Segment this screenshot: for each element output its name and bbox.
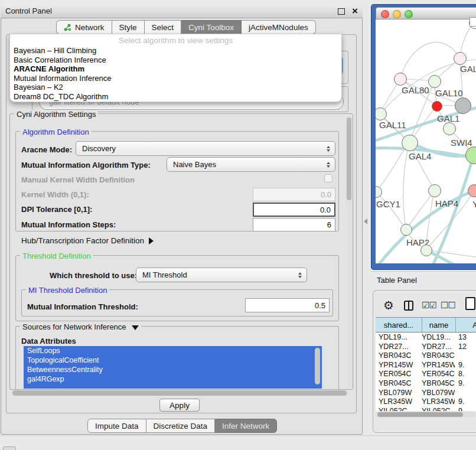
- select-all-columns-icon[interactable]: ☑☑: [422, 300, 436, 311]
- columns-icon[interactable]: [404, 301, 413, 311]
- gear-icon[interactable]: ⚙: [383, 298, 394, 312]
- dropdown-item-selected[interactable]: ARACNE Algorithm: [14, 64, 338, 74]
- cyni-algorithm-settings-title: Cyni Algorithm Settings: [14, 110, 98, 119]
- settings-hscrollbar[interactable]: [12, 390, 348, 396]
- network-node[interactable]: [376, 186, 382, 198]
- network-node[interactable]: [394, 73, 407, 86]
- tab-cyni-toolbox[interactable]: Cyni Toolbox: [181, 20, 242, 34]
- node-label: GAL4: [409, 151, 431, 161]
- node-label: HAP4: [435, 198, 458, 208]
- network-node[interactable]: [468, 184, 476, 197]
- tab-style[interactable]: Style: [112, 20, 145, 34]
- kernel-width-label: Kernel Width (0,1):: [21, 190, 89, 199]
- list-item[interactable]: gal4RGexp: [24, 374, 322, 384]
- sources-title-wrap[interactable]: Sources for Network Inference: [20, 322, 141, 331]
- tab-jactivemnodules-label: jActiveMNodules: [249, 23, 308, 32]
- table-row[interactable]: YER054CYER054C8.: [376, 370, 476, 379]
- tab-infer-network[interactable]: Infer Network: [215, 419, 277, 433]
- network-canvas[interactable]: GALGAL80GAL10GAL1GAL11SWI4GAL4GCY1HAP4YH…: [376, 19, 476, 263]
- network-node[interactable]: [428, 184, 441, 197]
- list-item[interactable]: SelfLoops: [24, 346, 322, 356]
- tab-jactivemnodules[interactable]: jActiveMNodules: [242, 20, 316, 34]
- aracne-mode-value: Discovery: [82, 144, 116, 153]
- collapse-panel-button[interactable]: [3, 446, 16, 450]
- table-row[interactable]: YBL079WYBL079W: [376, 389, 476, 398]
- settings-hscrollbar-thumb[interactable]: [12, 390, 347, 396]
- traffic-light-minimize-icon[interactable]: [393, 10, 401, 18]
- columns-icon-divider: [408, 302, 409, 309]
- close-icon[interactable]: ×: [352, 5, 358, 18]
- mi-threshold-definition-title: MI Threshold Definition: [26, 286, 109, 295]
- network-node[interactable]: [454, 52, 467, 65]
- node-label: GAL11: [379, 120, 406, 130]
- network-node[interactable]: [376, 107, 387, 120]
- column-header-partial[interactable]: A: [456, 318, 476, 332]
- traffic-light-close-icon[interactable]: [381, 10, 389, 18]
- apply-button[interactable]: Apply: [159, 399, 200, 412]
- which-threshold-combo[interactable]: MI Threshold: [136, 268, 307, 282]
- cyni-bottom-tabs: Impute Data Discretize Data Infer Networ…: [87, 419, 277, 432]
- list-item[interactable]: TopologicalCoefficient: [24, 356, 322, 365]
- mi-threshold-field[interactable]: 0.5: [245, 298, 330, 312]
- file-icon[interactable]: [465, 297, 475, 310]
- dropdown-item[interactable]: Mutual Information Inference: [14, 74, 338, 83]
- triangle-down-icon: [132, 325, 139, 330]
- hub-definition-label: Hub/Transcription Factor Definition: [21, 236, 144, 245]
- list-scrollbar-thumb[interactable]: [315, 348, 320, 384]
- list-item-partial[interactable]: [24, 384, 322, 389]
- panel-resize-handle-icon[interactable]: [364, 219, 367, 224]
- network-node[interactable]: [420, 244, 432, 256]
- table-row[interactable]: YIL052CYIL052C9: [376, 407, 476, 411]
- column-header-shared-name[interactable]: shared...: [376, 318, 422, 332]
- tab-discretize-data[interactable]: Discretize Data: [146, 419, 216, 433]
- hub-definition-expander[interactable]: Hub/Transcription Factor Definition: [21, 236, 154, 245]
- control-panel-titlebar[interactable]: Control Panel ×: [1, 4, 363, 18]
- network-node[interactable]: [455, 97, 471, 114]
- dropdown-item[interactable]: Dream8 DC_TDC Algorithm: [14, 92, 338, 102]
- table-cell: YLR345W: [422, 397, 455, 407]
- traffic-light-zoom-icon[interactable]: [405, 10, 413, 18]
- network-node[interactable]: [465, 146, 476, 164]
- table-cell: [455, 351, 476, 361]
- dropdown-item[interactable]: Basic Correlation Inference: [14, 56, 338, 65]
- tab-network[interactable]: Network: [56, 20, 112, 34]
- network-view-titlebar[interactable]: [376, 7, 476, 19]
- column-header-name[interactable]: name: [422, 318, 456, 332]
- settings-scrollbar[interactable]: [346, 116, 352, 387]
- table-row[interactable]: YDL19...YDL19...13: [376, 333, 476, 343]
- network-node[interactable]: [402, 135, 418, 151]
- tab-impute-data[interactable]: Impute Data: [87, 419, 146, 433]
- deselect-all-columns-icon[interactable]: ☐☐: [441, 300, 455, 311]
- table-cell: YBL079W: [422, 389, 455, 398]
- table-row[interactable]: YBR045CYBR045C9.: [376, 379, 476, 389]
- manual-kernel-width-checkbox[interactable]: [324, 174, 332, 182]
- table-row[interactable]: YPR145WYPR145W9.: [376, 361, 476, 370]
- data-attributes-list[interactable]: SelfLoops TopologicalCoefficient Between…: [24, 346, 322, 389]
- network-node[interactable]: [443, 122, 456, 135]
- table-body[interactable]: YDL19...YDL19...13YDR27...YDR27...12YBR0…: [376, 333, 476, 411]
- table-row[interactable]: YDR27...YDR27...12: [376, 343, 476, 352]
- dpi-tolerance-field[interactable]: 0.0: [253, 203, 335, 217]
- table-row[interactable]: YBR043CYBR043C: [376, 351, 476, 361]
- tab-select[interactable]: Select: [145, 20, 182, 34]
- dropdown-item[interactable]: Bayesian – K2: [14, 83, 338, 92]
- aracne-mode-combo[interactable]: Discovery: [76, 141, 335, 156]
- mi-algorithm-type-combo[interactable]: Naive Bayes: [167, 157, 335, 172]
- float-window-icon[interactable]: [338, 8, 345, 15]
- network-node[interactable]: [432, 101, 442, 112]
- table-cell: YDL19...: [422, 333, 455, 343]
- table-cell: 13: [455, 333, 476, 343]
- kernel-width-field[interactable]: 0.0: [253, 188, 335, 201]
- table-hscrollbar[interactable]: [376, 412, 476, 418]
- table-hscrollbar-thumb[interactable]: [377, 412, 463, 417]
- table-row[interactable]: YLR345WYLR345W9.: [376, 397, 476, 407]
- list-item[interactable]: BetweennessCentrality: [24, 365, 322, 374]
- kernel-width-value: 0.0: [321, 190, 331, 199]
- dropdown-item[interactable]: Bayesian – Hill Climbing: [14, 46, 338, 56]
- network-node[interactable]: [428, 75, 441, 88]
- settings-scrollbar-thumb[interactable]: [347, 118, 351, 200]
- sources-title: Sources for Network Inference: [22, 322, 126, 331]
- mi-steps-field[interactable]: 6: [253, 218, 335, 231]
- network-node[interactable]: [400, 224, 412, 236]
- spinner-icon: [298, 272, 302, 278]
